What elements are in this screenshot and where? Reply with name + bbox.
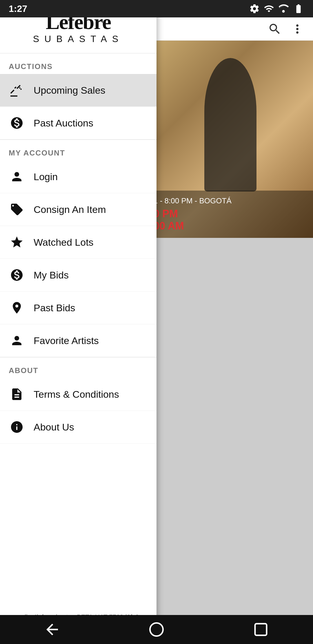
battery-icon — [293, 3, 304, 14]
menu-item-upcoming-sales[interactable]: Upcoming Sales — [0, 74, 156, 107]
login-label: Login — [34, 171, 58, 182]
logo-sub: SUBASTAS — [33, 34, 123, 44]
status-icons — [249, 3, 304, 14]
more-button[interactable] — [290, 22, 304, 36]
favorite-artists-label: Favorite Artists — [34, 335, 99, 346]
my-bids-label: My Bids — [34, 269, 69, 281]
menu-item-favorite-artists[interactable]: Favorite Artists — [0, 324, 156, 357]
navigation-drawer: Lefebre SUBASTAS AUCTIONS Upcoming Sales… — [0, 0, 156, 627]
svg-point-0 — [282, 10, 285, 13]
search-button[interactable] — [268, 22, 282, 36]
auction-overlay: 1 - 8:00 PM - BOGOTÁ 0 PM 00 AM — [148, 191, 313, 238]
about-us-label: About Us — [34, 422, 74, 433]
menu-item-watched-lots[interactable]: Watched Lots — [0, 226, 156, 259]
my-account-section-label: MY ACCOUNT — [0, 140, 156, 160]
upcoming-sales-label: Upcoming Sales — [34, 85, 105, 96]
menu-item-about-us[interactable]: About Us — [0, 411, 156, 444]
menu-item-login[interactable]: Login — [0, 160, 156, 193]
wifi-icon — [264, 3, 274, 14]
person-icon — [9, 169, 25, 185]
past-bids-label: Past Bids — [34, 302, 75, 314]
svg-rect-2 — [255, 624, 267, 635]
status-bar: 1:27 — [0, 0, 313, 17]
document-icon — [9, 386, 25, 402]
auction-time: 0 PM 00 AM — [154, 208, 307, 232]
menu-item-past-bids[interactable]: Past Bids — [0, 292, 156, 324]
watched-lots-label: Watched Lots — [34, 237, 94, 248]
home-button[interactable] — [145, 618, 168, 641]
info-icon — [9, 419, 25, 435]
signal-icon — [278, 3, 289, 14]
menu-item-my-bids[interactable]: My Bids — [0, 259, 156, 292]
menu-item-terms[interactable]: Terms & Conditions — [0, 378, 156, 411]
menu-item-past-auctions[interactable]: Past Auctions — [0, 107, 156, 140]
about-section-label: ABOUT — [0, 357, 156, 378]
menu-item-consign[interactable]: Consign An Item — [0, 193, 156, 226]
gavel-icon — [9, 82, 25, 98]
bid-icon — [9, 267, 25, 283]
star-icon — [9, 234, 25, 250]
recents-button[interactable] — [249, 618, 272, 641]
terms-label: Terms & Conditions — [34, 389, 119, 400]
tag-icon — [9, 201, 25, 218]
auctions-section-label: AUCTIONS — [0, 53, 156, 74]
past-auctions-label: Past Auctions — [34, 117, 93, 129]
gear-icon — [249, 3, 260, 14]
navigation-bar — [0, 615, 313, 644]
app-bar — [148, 17, 313, 41]
auction-image: 1 - 8:00 PM - BOGOTÁ 0 PM 00 AM — [148, 41, 313, 238]
coin-icon — [9, 115, 25, 131]
artist-icon — [9, 332, 25, 349]
auction-date: 1 - 8:00 PM - BOGOTÁ — [154, 196, 232, 205]
pin-icon — [9, 300, 25, 316]
svg-point-1 — [150, 623, 163, 636]
consign-label: Consign An Item — [34, 204, 106, 215]
status-time: 1:27 — [9, 3, 27, 14]
back-button[interactable] — [41, 618, 64, 641]
